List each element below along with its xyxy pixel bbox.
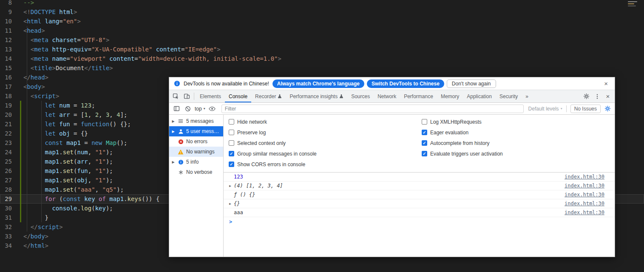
tab-more-tabs[interactable]: » (522, 90, 532, 102)
sidebar-item-no-warnings[interactable]: No warnings (169, 147, 223, 157)
checkbox-icon[interactable] (229, 140, 234, 146)
experiment-icon (278, 94, 282, 99)
expand-triangle-icon[interactable]: ▶ (229, 184, 234, 188)
settings-gear-icon[interactable] (581, 90, 592, 102)
code-line-15[interactable]: 15 <title>Document</title> (0, 63, 644, 73)
source-link[interactable]: index.html:30 (559, 192, 604, 198)
line-number: 27 (0, 176, 12, 185)
devtools-close-icon[interactable]: × (603, 90, 613, 102)
code-text: map1.set(obj, "1"); (23, 176, 113, 185)
console-messages: 123index.html:30▶(4) [1, 2, 3, 4]index.h… (224, 172, 615, 217)
tab-console[interactable]: Console (225, 90, 251, 102)
tab-label: Sources (351, 94, 370, 99)
code-text: </script> (23, 222, 63, 232)
source-link[interactable]: index.html:30 (559, 201, 604, 207)
source-link[interactable]: index.html:30 (559, 183, 604, 189)
checkbox-icon[interactable]: ✓ (229, 162, 234, 167)
filter-input[interactable] (221, 105, 524, 113)
tab-label: Application (467, 94, 492, 99)
code-text: map1.set(fun, "1"); (23, 166, 113, 176)
log-levels-dropdown[interactable]: Default levels ▾ (528, 106, 562, 112)
sidebar-item-no-errors[interactable]: No errors (169, 136, 223, 147)
expand-triangle-icon[interactable]: ▶ (229, 202, 234, 206)
console-prompt[interactable]: > (224, 217, 615, 227)
checkbox-icon[interactable] (229, 130, 234, 135)
line-number: 33 (0, 232, 12, 241)
tab-elements[interactable]: Elements (196, 90, 225, 102)
context-selector[interactable]: top ▾ (195, 106, 205, 112)
checkbox-icon[interactable] (422, 119, 427, 125)
screen: 8-->9<!DOCTYPE html>10<html lang="en">11… (0, 0, 644, 272)
checkbox-icon[interactable]: ✓ (422, 140, 427, 146)
inspect-element-icon[interactable] (170, 90, 181, 102)
sidebar-item-label: No errors (186, 139, 207, 144)
device-toolbar-icon[interactable] (181, 90, 192, 102)
setting-log-xmlhttprequests[interactable]: Log XMLHttpRequests (422, 116, 615, 127)
live-expression-eye-icon[interactable] (207, 104, 217, 113)
sidebar-item-5-user-messages[interactable]: ▶5 user messages (169, 126, 223, 136)
message-text: {} (234, 201, 240, 207)
banner-button-switch-devtools-to-chinese[interactable]: Switch DevTools to Chinese (367, 79, 444, 88)
setting-selected-context-only[interactable]: Selected context only (229, 138, 422, 148)
tab-network[interactable]: Network (374, 90, 400, 102)
console-empty-area (224, 227, 615, 257)
tab-application[interactable]: Application (463, 90, 496, 102)
setting-label: Eager evaluation (430, 130, 468, 136)
tab-label: Console (229, 94, 247, 99)
source-link[interactable]: index.html:30 (559, 174, 604, 180)
console-toolbar: top ▾ Default levels ▾ No Issues (169, 103, 615, 115)
console-settings-gear-icon[interactable] (603, 104, 612, 113)
infobar-message: DevTools is now available in Chinese! (184, 81, 269, 87)
tab-sources[interactable]: Sources (347, 90, 374, 102)
line-number: 29 (0, 194, 12, 204)
code-text: let arr = [1, 2, 3, 4]; (23, 110, 128, 119)
checkbox-icon[interactable]: ✓ (229, 151, 234, 156)
tab-security[interactable]: Security (496, 90, 522, 102)
issues-button[interactable]: No Issues (570, 105, 601, 113)
sidebar-item-label: 5 info (186, 159, 199, 165)
warning-icon (177, 149, 184, 155)
code-line-12[interactable]: 12 <meta charset="UTF-8"> (0, 35, 644, 45)
setting-hide-network[interactable]: Hide network (229, 116, 422, 127)
console-sidebar-toggle-icon[interactable] (172, 104, 181, 113)
sidebar-item-no-verbose[interactable]: No verbose (169, 167, 223, 177)
checkbox-icon[interactable] (229, 119, 234, 125)
code-line-9[interactable]: 9<!DOCTYPE html> (0, 7, 644, 17)
infobar-close-icon[interactable]: × (601, 80, 610, 87)
source-link[interactable]: index.html:30 (559, 210, 604, 215)
banner-button-don-t-show-again[interactable]: Don't show again (447, 79, 496, 88)
line-number: 20 (0, 110, 12, 119)
line-number: 14 (0, 54, 12, 63)
log-levels-label: Default levels (528, 106, 559, 112)
tab-performance[interactable]: Performance (400, 90, 437, 102)
banner-button-always-match-chrome-s-language[interactable]: Always match Chrome's language (272, 79, 364, 88)
code-line-8[interactable]: 8--> (0, 0, 644, 7)
tab-performance-insights[interactable]: Performance insights (286, 90, 347, 102)
code-line-13[interactable]: 13 <meta http-equiv="X-UA-Compatible" co… (0, 45, 644, 54)
setting-group-similar-messages-in-console[interactable]: ✓Group similar messages in console (229, 148, 422, 159)
sidebar-item-5-messages[interactable]: ▶5 messages (169, 116, 223, 126)
clear-console-icon[interactable] (183, 104, 193, 113)
setting-eager-evaluation[interactable]: ✓Eager evaluation (422, 127, 615, 138)
tab-recorder[interactable]: Recorder (251, 90, 286, 102)
setting-preserve-log[interactable]: Preserve log (229, 127, 422, 138)
divider (194, 93, 194, 100)
code-line-11[interactable]: 11<head> (0, 26, 644, 35)
info-icon (173, 80, 180, 87)
tab-memory[interactable]: Memory (437, 90, 463, 102)
settings-column-right: Log XMLHttpRequests✓Eager evaluation✓Aut… (422, 116, 615, 170)
sidebar-item-5-info[interactable]: ▶5 info (169, 157, 223, 167)
kebab-menu-icon[interactable] (592, 90, 603, 102)
code-line-14[interactable]: 14 <meta name="viewport" content="width=… (0, 54, 644, 63)
setting-autocomplete-from-history[interactable]: ✓Autocomplete from history (422, 138, 615, 148)
code-line-10[interactable]: 10<html lang="en"> (0, 17, 644, 26)
setting-label: Hide network (237, 119, 267, 125)
line-number: 19 (0, 101, 12, 110)
setting-evaluate-triggers-user-activation[interactable]: ✓Evaluate triggers user activation (422, 148, 615, 159)
setting-label: Preserve log (237, 130, 266, 136)
console-settings-panel: Hide networkPreserve logSelected context… (224, 115, 615, 172)
setting-show-cors-errors-in-console[interactable]: ✓Show CORS errors in console (229, 159, 422, 170)
checkbox-icon[interactable]: ✓ (422, 151, 427, 156)
tab-label: Network (377, 94, 396, 99)
checkbox-icon[interactable]: ✓ (422, 130, 427, 135)
